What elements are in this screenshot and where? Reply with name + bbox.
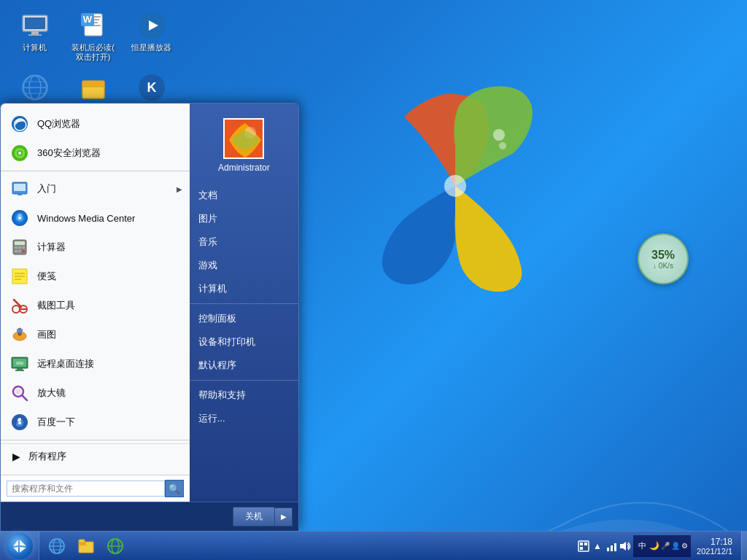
start-menu-right: Administrator 文档 图片 音乐 游戏 计算机 控制面板 设备和打印…: [190, 104, 298, 502]
install-guide-icon: W: [79, 11, 108, 40]
start-item-all-programs[interactable]: ▶ 所有程序: [1, 443, 190, 469]
start-item-calculator[interactable]: 计算器: [1, 233, 190, 262]
username: Administrator: [218, 163, 270, 173]
perf-percent: 35%: [651, 249, 675, 262]
shutdown-button[interactable]: 关机: [233, 507, 275, 526]
start-item-getting-started[interactable]: 入门 ▶: [1, 174, 190, 203]
right-divider-1: [190, 303, 298, 304]
start-right-games[interactable]: 游戏: [190, 254, 298, 277]
star-player-icon: [137, 11, 166, 40]
tray-network[interactable]: [605, 540, 618, 553]
performance-widget[interactable]: 35% ↓ 0K/s: [638, 233, 689, 284]
tray-volume[interactable]: [619, 540, 632, 553]
clock-time: 17:18: [711, 537, 732, 547]
svg-rect-61: [17, 368, 23, 370]
taskbar-ie2[interactable]: [101, 533, 130, 559]
baidu-icon: [9, 412, 30, 432]
getting-started-label: 入门: [37, 182, 56, 195]
svg-point-2: [499, 142, 506, 149]
svg-rect-58: [17, 329, 23, 332]
svg-point-53: [12, 306, 20, 313]
shutdown-arrow-button[interactable]: ▶: [275, 508, 293, 526]
svg-rect-62: [15, 370, 24, 371]
paint-icon: [9, 324, 30, 345]
start-right-run[interactable]: 运行...: [190, 407, 298, 430]
svg-rect-43: [18, 246, 21, 249]
svg-rect-46: [18, 250, 21, 252]
svg-text:W: W: [82, 14, 92, 25]
start-menu-top: QQ浏览器 360安全浏览器: [1, 104, 298, 502]
tray-up-arrow[interactable]: ▲: [591, 540, 604, 553]
start-divider-2: [1, 440, 190, 440]
svg-rect-42: [15, 246, 18, 249]
start-item-baidu[interactable]: 百度一下: [1, 408, 190, 437]
remote-desktop-icon: [9, 354, 30, 374]
desktop-icon-computer[interactable]: 计算机: [7, 7, 62, 66]
svg-rect-6: [31, 31, 39, 34]
taskbar-explorer[interactable]: [71, 533, 101, 559]
windows-logo: [346, 73, 565, 299]
baidu-label: 百度一下: [37, 416, 75, 429]
tray-action-center[interactable]: [577, 540, 590, 553]
clock-date: 2021/12/1: [697, 547, 732, 556]
taskbar-ie[interactable]: [42, 533, 71, 559]
activate-driver-icon: [79, 73, 108, 102]
taskbar-items: [39, 533, 573, 559]
svg-rect-44: [22, 246, 25, 249]
start-item-qq-browser[interactable]: QQ浏览器: [1, 109, 190, 139]
svg-rect-63: [16, 362, 23, 365]
avatar-image: [225, 120, 264, 159]
search-button[interactable]: 🔍: [165, 480, 184, 497]
lang-person-icon: 👤: [671, 542, 680, 550]
clock-area[interactable]: 17:18 2021/12/1: [692, 537, 737, 556]
start-search-area: 🔍: [1, 475, 190, 502]
calculator-icon: [9, 237, 30, 257]
desktop-icon-install-guide[interactable]: W 装机后必读(双击打开): [66, 7, 120, 66]
svg-point-32: [18, 152, 21, 155]
lang-moon-icon: 🌙: [649, 541, 659, 551]
start-item-remote-desktop[interactable]: 远程桌面连接: [1, 349, 190, 378]
start-right-documents[interactable]: 文档: [190, 184, 298, 207]
start-right-control-panel[interactable]: 控制面板: [190, 307, 298, 330]
magnifier-icon: [9, 383, 30, 403]
svg-rect-41: [15, 241, 25, 245]
start-item-360-browser[interactable]: 360安全浏览器: [1, 139, 190, 168]
start-right-help[interactable]: 帮助和支持: [190, 384, 298, 407]
start-item-wmc[interactable]: Windows Media Center: [1, 203, 190, 233]
tray-icons: ▲: [577, 540, 632, 553]
svg-rect-35: [18, 194, 22, 195]
desktop-icon-star-player[interactable]: 恒星播放器: [124, 7, 179, 66]
paint-label: 画图: [37, 328, 56, 341]
language-indicator[interactable]: 中 🌙 🎤 👤 ⚙: [633, 535, 691, 557]
start-search-input[interactable]: [7, 481, 165, 497]
user-avatar[interactable]: [223, 118, 264, 159]
svg-rect-5: [25, 18, 45, 29]
show-desktop-button[interactable]: [741, 532, 747, 561]
all-programs-label: 所有程序: [28, 450, 66, 463]
svg-text:K: K: [147, 80, 156, 95]
svg-rect-34: [14, 184, 26, 191]
start-item-sticky-notes[interactable]: 便笺: [1, 262, 190, 291]
svg-marker-89: [620, 542, 626, 551]
start-right-computer[interactable]: 计算机: [190, 277, 298, 300]
getting-started-icon: [9, 179, 30, 199]
start-button[interactable]: [0, 532, 39, 561]
360-browser-label: 360安全浏览器: [37, 147, 101, 160]
magnifier-label: 放大镜: [37, 386, 66, 400]
start-right-default-programs[interactable]: 默认程序: [190, 354, 298, 377]
start-item-snipping-tool[interactable]: 截图工具: [1, 291, 190, 320]
svg-rect-88: [614, 543, 616, 551]
calculator-label: 计算器: [37, 241, 66, 254]
start-right-music[interactable]: 音乐: [190, 230, 298, 254]
start-divider-1: [1, 171, 190, 171]
start-right-pictures[interactable]: 图片: [190, 207, 298, 230]
svg-rect-45: [15, 250, 18, 252]
start-right-devices-printers[interactable]: 设备和打印机: [190, 330, 298, 354]
right-divider-2: [190, 380, 298, 381]
svg-rect-84: [584, 542, 587, 545]
network-icon: [20, 73, 50, 102]
start-item-magnifier[interactable]: 放大镜: [1, 378, 190, 408]
svg-point-39: [18, 217, 21, 219]
lang-icon: 中: [636, 540, 648, 553]
start-item-paint[interactable]: 画图: [1, 320, 190, 349]
